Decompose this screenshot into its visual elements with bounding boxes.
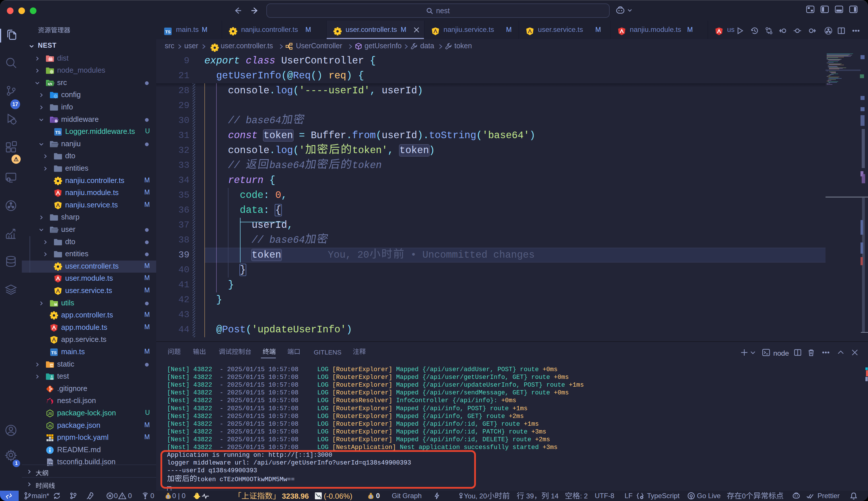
svg-text:TS: TS [55, 130, 61, 135]
svg-text:TS: TS [165, 29, 171, 34]
svg-text:JS: JS [48, 424, 52, 428]
svg-text:$: $ [370, 495, 372, 499]
svg-text:TS: TS [51, 350, 56, 355]
svg-text:TS: TS [49, 462, 53, 466]
svg-text:JS: JS [48, 412, 52, 416]
svg-text:$: $ [167, 495, 169, 499]
